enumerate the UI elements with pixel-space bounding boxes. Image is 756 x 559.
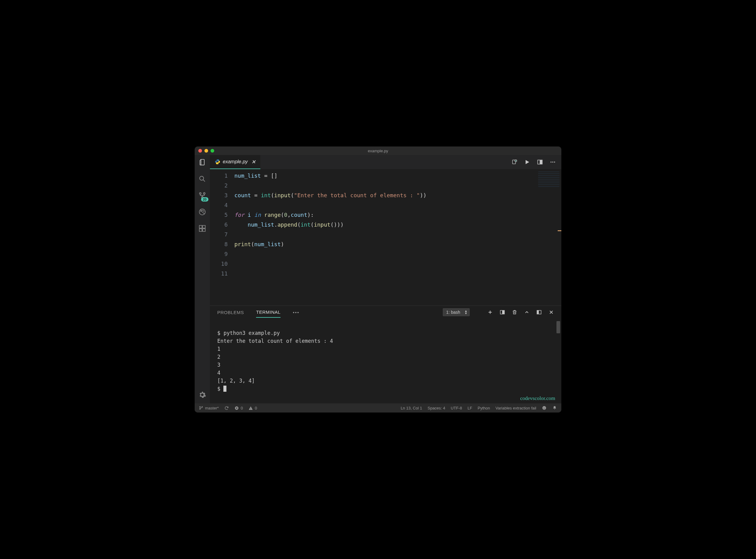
line-number: 2 [210, 181, 228, 191]
terminal-output[interactable]: $ python3 example.py Enter the total cou… [210, 319, 561, 403]
compare-changes-icon[interactable] [511, 159, 517, 165]
terminal-line: Enter the total count of elements : 4 [217, 338, 333, 344]
source-control-icon[interactable]: 20 [198, 191, 207, 200]
activity-bar: 20 [195, 155, 210, 403]
terminal-line: 2 [217, 354, 220, 360]
terminal-line: 1 [217, 346, 220, 352]
terminal-line: 3 [217, 362, 220, 368]
terminal-line: $ python3 example.py [217, 330, 280, 336]
dropdown-arrows-icon: ▴▾ [465, 310, 467, 314]
terminal-line: 4 [217, 370, 220, 376]
explorer-icon[interactable] [198, 158, 207, 167]
svg-point-1 [199, 193, 201, 194]
svg-point-20 [199, 406, 200, 407]
python-file-icon [215, 159, 220, 164]
minimap[interactable] [538, 172, 560, 187]
line-number: 10 [210, 259, 228, 269]
terminal-prompt: $ [217, 386, 223, 392]
svg-point-15 [554, 161, 555, 162]
close-tab-icon[interactable]: ✕ [252, 159, 256, 165]
status-extra[interactable]: Variables extraction fail [496, 406, 536, 410]
minimize-window-button[interactable] [205, 149, 208, 153]
line-number: 4 [210, 200, 228, 210]
kill-terminal-icon[interactable] [512, 310, 517, 315]
extensions-icon[interactable] [198, 224, 207, 233]
panel-tab-bar: PROBLEMS TERMINAL ••• 1: bash ▴▾ [210, 306, 561, 319]
svg-rect-17 [503, 311, 504, 314]
panel-up-icon[interactable] [524, 310, 529, 315]
split-terminal-icon[interactable] [500, 310, 505, 315]
svg-rect-5 [199, 225, 202, 228]
code-content[interactable]: num_list = [] count = int(input("Enter t… [234, 171, 561, 306]
tab-more-icon[interactable]: ••• [293, 307, 300, 317]
status-encoding[interactable]: UTF-8 [451, 406, 462, 410]
new-terminal-icon[interactable] [488, 310, 493, 315]
titlebar: example.py [195, 147, 561, 155]
status-errors[interactable]: 0 [234, 406, 243, 410]
tab-filename: example.py [223, 159, 248, 164]
svg-rect-7 [199, 229, 202, 231]
terminal-scrollbar[interactable] [557, 321, 560, 333]
editor-actions [511, 155, 561, 169]
search-icon[interactable] [198, 175, 207, 183]
terminal-line: [1, 2, 3, 4] [217, 378, 255, 384]
svg-rect-8 [203, 229, 205, 231]
status-eol[interactable]: LF [468, 406, 472, 410]
editor-group: example.py ✕ [210, 155, 561, 403]
tab-problems[interactable]: PROBLEMS [217, 307, 244, 317]
svg-point-21 [199, 408, 200, 409]
svg-rect-6 [203, 225, 205, 228]
status-branch[interactable]: master* [199, 406, 219, 410]
debug-icon[interactable] [198, 208, 207, 216]
svg-point-14 [552, 161, 553, 162]
svg-rect-12 [540, 160, 542, 164]
svg-point-24 [251, 409, 251, 409]
watermark-text: codevscolor.com [520, 396, 555, 402]
error-icon [234, 406, 239, 410]
overview-mark [558, 230, 561, 231]
run-file-icon[interactable] [524, 159, 530, 165]
line-number-gutter: 1 2 3 4 5 6 7 8 9 10 11 [210, 171, 234, 306]
scm-badge: 20 [201, 197, 208, 202]
window-body: 20 example.py ✕ [195, 155, 561, 403]
svg-point-26 [543, 407, 544, 408]
svg-point-2 [204, 193, 205, 194]
code-editor[interactable]: 1 2 3 4 5 6 7 8 9 10 11 num_list = [] co… [210, 169, 561, 306]
svg-point-27 [545, 407, 545, 408]
line-number: 3 [210, 191, 228, 200]
split-editor-icon[interactable] [537, 159, 543, 165]
git-branch-icon [199, 406, 203, 410]
tab-example-py[interactable]: example.py ✕ [210, 155, 260, 169]
window-title: example.py [195, 149, 561, 153]
status-bar: master* 0 0 Ln 13, Col 1 Spaces: 4 UTF-8… [195, 403, 561, 412]
line-number: 6 [210, 220, 228, 230]
line-number: 1 [210, 171, 228, 181]
vscode-window: example.py 20 [195, 147, 561, 412]
maximize-window-button[interactable] [211, 149, 214, 153]
status-bell-icon[interactable] [552, 405, 557, 410]
overview-ruler [560, 169, 561, 306]
line-number: 8 [210, 240, 228, 249]
status-language[interactable]: Python [478, 406, 490, 410]
close-window-button[interactable] [198, 149, 202, 153]
line-number: 7 [210, 230, 228, 240]
settings-gear-icon[interactable] [198, 390, 207, 399]
warning-icon [249, 406, 253, 410]
status-feedback-icon[interactable] [542, 405, 547, 410]
svg-point-13 [551, 161, 551, 162]
maximize-panel-icon[interactable] [536, 310, 542, 315]
panel-actions [488, 310, 554, 315]
svg-rect-19 [537, 311, 539, 314]
status-warnings[interactable]: 0 [249, 406, 257, 410]
status-indentation[interactable]: Spaces: 4 [427, 406, 445, 410]
status-sync-icon[interactable] [224, 406, 229, 410]
more-actions-icon[interactable] [550, 159, 556, 165]
status-cursor-position[interactable]: Ln 13, Col 1 [401, 406, 422, 410]
close-panel-icon[interactable] [548, 310, 554, 315]
terminal-selector[interactable]: 1: bash ▴▾ [443, 308, 470, 316]
editor-area: 1 2 3 4 5 6 7 8 9 10 11 num_list = [] co… [210, 169, 561, 306]
tab-terminal[interactable]: TERMINAL [256, 307, 281, 318]
svg-point-25 [542, 406, 546, 410]
line-number: 11 [210, 269, 228, 278]
bottom-panel: PROBLEMS TERMINAL ••• 1: bash ▴▾ [210, 306, 561, 403]
